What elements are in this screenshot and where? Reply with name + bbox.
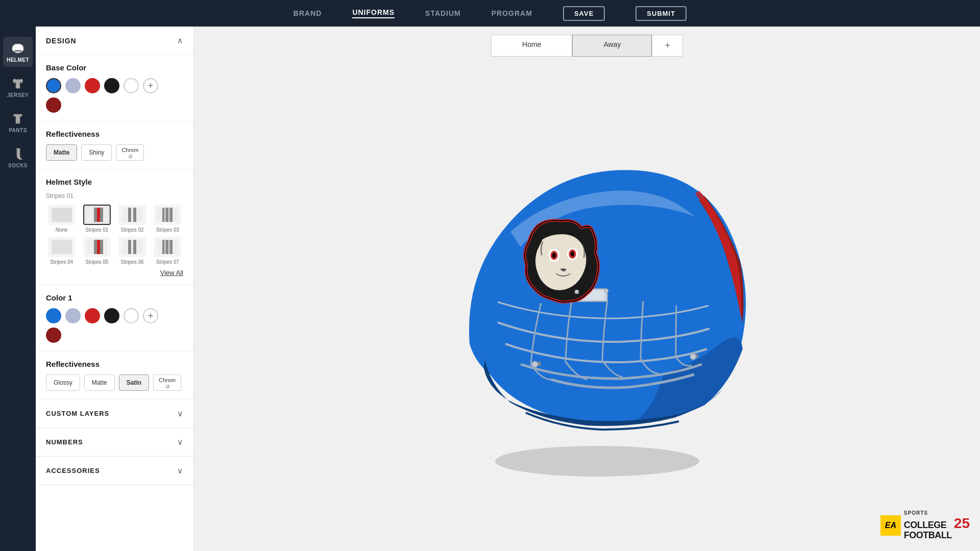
numbers-title: NUMBERS (46, 438, 83, 446)
accessories-chevron: ∨ (177, 466, 183, 475)
sidebar-item-jersey[interactable]: Jersey (3, 72, 33, 102)
style-stripes07[interactable]: Stripes 07 (152, 237, 183, 265)
style-stripes05[interactable]: Stripes 05 (81, 237, 112, 265)
add-color1-button[interactable]: + (143, 308, 158, 323)
socks-label: Socks (8, 163, 28, 168)
svg-point-2 (495, 446, 699, 477)
style-stripes02[interactable]: Stripes 02 (117, 205, 148, 233)
svg-point-15 (575, 290, 579, 294)
accessories-title: ACCESSORIES (46, 467, 100, 474)
jersey-icon (11, 76, 25, 90)
design-header: DESIGN ∧ (36, 27, 193, 55)
base-color-swatch-4[interactable] (124, 78, 139, 93)
base-color-swatch-0[interactable] (46, 78, 61, 93)
save-button[interactable]: SAVE (563, 6, 605, 21)
reflect-matte-button[interactable]: Matte (46, 144, 77, 161)
color1-swatch-2[interactable] (85, 308, 100, 323)
ea-logo-text: SPORTS COLLEGE FOOTBALL 25 (904, 510, 970, 541)
style-none[interactable]: None (46, 205, 77, 233)
svg-point-12 (571, 251, 574, 257)
sidebar-item-pants[interactable]: Pants (3, 107, 33, 137)
helmet-style-title: Helmet Style (46, 178, 183, 186)
base-color-swatches: + (46, 78, 183, 93)
color1-swatches-row2 (46, 328, 183, 343)
away-tab[interactable]: Away (572, 35, 652, 57)
home-tab[interactable]: Home (491, 35, 572, 57)
numbers-section[interactable]: NUMBERS ∨ (36, 428, 193, 457)
helmet-style-section: Helmet Style Stripes 01 None Stripes 01 (36, 169, 193, 285)
sidebar-item-helmet[interactable]: Helmet (3, 37, 33, 67)
color1-reflectiveness-title: Reflectiveness (46, 360, 183, 368)
nav-uniforms[interactable]: UNIFORMS (352, 8, 395, 18)
svg-point-16 (604, 289, 608, 293)
base-color-section: Base Color + (36, 55, 193, 121)
color1-reflectiveness-section: Reflectiveness Glossy Matte Satin Chrom (36, 352, 193, 399)
color1-swatch-5[interactable] (46, 328, 61, 343)
color1-reflect-chrome-button[interactable]: Chrom (153, 374, 181, 391)
color1-title: Color 1 (46, 293, 183, 302)
color1-swatch-1[interactable] (65, 308, 81, 323)
pants-icon (11, 111, 25, 126)
base-color-swatches-row2 (46, 97, 183, 113)
base-color-swatch-5[interactable] (46, 97, 61, 113)
center-content: Home Away + (194, 27, 980, 551)
submit-button[interactable]: SUBMIT (635, 6, 687, 21)
svg-point-9 (552, 253, 556, 258)
base-color-swatch-3[interactable] (104, 78, 119, 93)
style-stripes04[interactable]: Stripes 04 (46, 237, 77, 265)
custom-layers-section[interactable]: CUSTOM LAYERS ∨ (36, 399, 193, 428)
numbers-chevron: ∨ (177, 437, 183, 447)
custom-layers-title: CUSTOM LAYERS (46, 410, 109, 417)
color1-reflectiveness-buttons: Glossy Matte Satin Chrom (46, 374, 183, 391)
helmet-style-grid: None Stripes 01 Stripes 02 (46, 205, 183, 265)
color1-reflect-satin-button[interactable]: Satin (119, 374, 149, 391)
sidebar-icons: Helmet Jersey Pants (0, 27, 36, 551)
color1-reflect-matte-button[interactable]: Matte (84, 374, 115, 391)
reflect-chrome-button[interactable]: Chrom (116, 144, 144, 161)
add-base-color-button[interactable]: + (143, 78, 158, 93)
svg-point-14 (690, 354, 696, 360)
helmet-style-selected: Stripes 01 (46, 192, 183, 199)
jersey-label: Jersey (7, 92, 29, 98)
helmet-display: EA SPORTS COLLEGE FOOTBALL 25 (194, 65, 980, 551)
base-color-title: Base Color (46, 63, 183, 72)
color1-reflect-glossy-button[interactable]: Glossy (46, 374, 80, 391)
nav-program[interactable]: PROGRAM (492, 9, 532, 17)
design-panel: DESIGN ∧ Base Color + Reflectiveness Mat… (36, 27, 194, 551)
base-reflectiveness-section: Reflectiveness Matte Shiny Chrom (36, 121, 193, 169)
helmet-label: Helmet (7, 57, 29, 63)
design-collapse-icon[interactable]: ∧ (177, 36, 183, 45)
color1-swatch-4[interactable] (124, 308, 139, 323)
color1-swatch-3[interactable] (104, 308, 119, 323)
nav-stadium[interactable]: STADIUM (425, 9, 461, 17)
main-layout: Helmet Jersey Pants (0, 27, 980, 551)
design-title: DESIGN (46, 37, 77, 45)
base-color-swatch-2[interactable] (85, 78, 100, 93)
helmet-icon (11, 41, 25, 55)
add-uniform-tab[interactable]: + (652, 35, 683, 57)
base-color-swatch-1[interactable] (65, 78, 81, 93)
base-reflectiveness-buttons: Matte Shiny Chrom (46, 144, 183, 161)
top-navigation: BRAND UNIFORMS STADIUM PROGRAM SAVE SUBM… (0, 0, 980, 27)
helmet-3d-view (408, 130, 766, 487)
chrome-dot (128, 154, 132, 158)
color1-swatch-0[interactable] (46, 308, 61, 323)
ea-logo: EA SPORTS COLLEGE FOOTBALL 25 (880, 510, 970, 541)
ea-logo-box: EA (880, 515, 901, 536)
color1-chrome-dot (165, 384, 169, 388)
view-all-link[interactable]: View All (160, 269, 183, 277)
pants-label: Pants (9, 128, 27, 133)
base-reflectiveness-title: Reflectiveness (46, 130, 183, 138)
color1-section: Color 1 + (36, 285, 193, 352)
sidebar-item-socks[interactable]: Socks (3, 142, 33, 172)
nav-brand[interactable]: BRAND (293, 9, 322, 17)
style-stripes06[interactable]: Stripes 06 (117, 237, 148, 265)
custom-layers-chevron: ∨ (177, 409, 183, 418)
reflect-shiny-button[interactable]: Shiny (81, 144, 112, 161)
socks-icon (11, 146, 25, 161)
view-all-container: View All (46, 269, 183, 277)
svg-rect-1 (14, 50, 21, 52)
accessories-section[interactable]: ACCESSORIES ∨ (36, 457, 193, 485)
style-stripes03[interactable]: Stripes 03 (152, 205, 183, 233)
style-stripes01[interactable]: Stripes 01 (81, 205, 112, 233)
